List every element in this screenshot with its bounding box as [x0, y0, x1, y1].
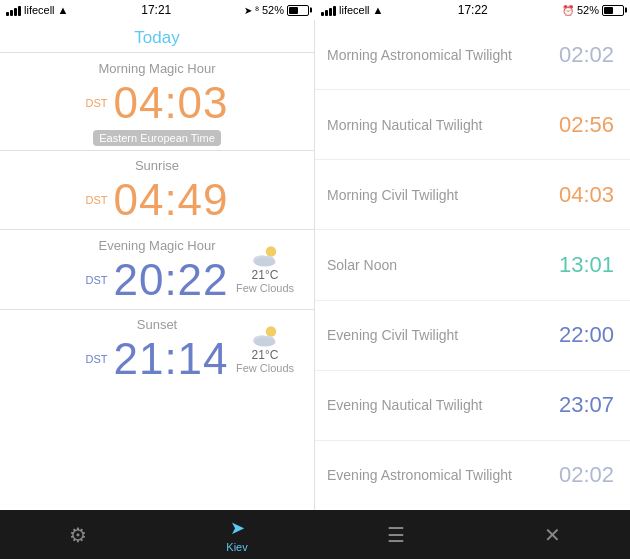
morning-magic-time-row: DST 04:03: [85, 78, 228, 128]
signal-bar-1: [6, 12, 9, 16]
right-panel: Morning Astronomical Twilight 02:02 Morn…: [315, 20, 630, 510]
nav-location[interactable]: ➤ Kiev: [226, 517, 247, 553]
time-left: 17:21: [141, 3, 171, 17]
sunrise-label: Sunrise: [135, 158, 179, 173]
signal-bar-r1: [321, 12, 324, 16]
twilight-time-6: 02:02: [559, 462, 614, 488]
location-arrow-icon: ➤: [244, 5, 252, 16]
twilight-row-1: Morning Nautical Twilight 02:56: [315, 90, 630, 160]
weather-widget-1: 21°C Few Clouds: [236, 244, 294, 294]
status-bar-right: lifecell ▲ 17:22 ⏰ 52%: [315, 0, 630, 20]
twilight-label-2: Morning Civil Twilight: [327, 187, 458, 203]
svg-point-7: [254, 337, 275, 346]
twilight-label-6: Evening Astronomical Twilight: [327, 467, 512, 483]
battery-pct-left: 52%: [262, 4, 284, 16]
signal-bar-2: [10, 10, 13, 16]
svg-point-3: [254, 258, 275, 267]
twilight-row-6: Evening Astronomical Twilight 02:02: [315, 441, 630, 510]
cloud-icon-2: [250, 324, 280, 348]
battery-pct-right: 52%: [577, 4, 599, 16]
sunrise-block: Sunrise DST 04:49: [0, 150, 314, 229]
evening-magic-time: 20:22: [113, 255, 228, 305]
twilight-time-0: 02:02: [559, 42, 614, 68]
carrier-name-left: lifecell: [24, 4, 55, 16]
sunset-label: Sunset: [137, 317, 177, 332]
signal-bar-4: [18, 6, 21, 16]
sunrise-time-row: DST 04:49: [85, 175, 228, 225]
twilight-row-4: Evening Civil Twilight 22:00: [315, 301, 630, 371]
twilight-label-0: Morning Astronomical Twilight: [327, 47, 512, 63]
evening-magic-dst: DST: [85, 274, 107, 286]
weather-temp-2: 21°C: [252, 348, 279, 362]
status-bar-left: lifecell ▲ 17:21 ➤ ⁸ 52%: [0, 0, 315, 20]
twilight-label-5: Evening Nautical Twilight: [327, 397, 482, 413]
cloud-icon-1: [250, 244, 280, 268]
bottom-nav: ⚙ ➤ Kiev ☰ ✕: [0, 510, 630, 559]
status-right-section: ⏰ 52%: [562, 4, 624, 16]
weather-temp-1: 21°C: [252, 268, 279, 282]
twilight-time-1: 02:56: [559, 112, 614, 138]
sunset-dst: DST: [85, 353, 107, 365]
twilight-time-4: 22:00: [559, 322, 614, 348]
sunrise-time: 04:49: [113, 175, 228, 225]
wifi-icon-left: ▲: [58, 4, 69, 16]
twilight-label-4: Evening Civil Twilight: [327, 327, 458, 343]
twilight-time-5: 23:07: [559, 392, 614, 418]
twilight-label-3: Solar Noon: [327, 257, 397, 273]
main-content: Today Morning Magic Hour DST 04:03 Easte…: [0, 20, 630, 510]
evening-magic-label: Evening Magic Hour: [98, 238, 215, 253]
svg-point-4: [266, 326, 277, 337]
signal-bars-left: [6, 4, 21, 16]
nav-list[interactable]: ☰: [387, 523, 405, 547]
weather-desc-1: Few Clouds: [236, 282, 294, 294]
location-arrow-nav-icon: ➤: [230, 517, 245, 539]
bluetooth-icon: ⁸: [255, 5, 259, 16]
svg-point-0: [266, 246, 277, 257]
signal-bar-r4: [333, 6, 336, 16]
status-bars: lifecell ▲ 17:21 ➤ ⁸ 52% lifecell ▲ 17:2…: [0, 0, 630, 20]
list-icon: ☰: [387, 523, 405, 547]
sunset-time: 21:14: [113, 334, 228, 384]
left-panel: Today Morning Magic Hour DST 04:03 Easte…: [0, 20, 315, 510]
sunset-time-row: DST 21:14: [85, 334, 228, 384]
today-title: Today: [134, 28, 179, 48]
morning-magic-time: 04:03: [113, 78, 228, 128]
signal-bars-right: [321, 4, 336, 16]
settings-icon: ⚙: [69, 523, 87, 547]
twilight-time-3: 13:01: [559, 252, 614, 278]
signal-bar-r3: [329, 8, 332, 16]
twilight-row-0: Morning Astronomical Twilight 02:02: [315, 20, 630, 90]
timezone-badge: Eastern European Time: [93, 130, 221, 146]
sunset-block: Sunset DST 21:14 21°C Few Clouds: [0, 309, 314, 388]
battery-fill-left: [289, 7, 298, 14]
nav-close[interactable]: ✕: [544, 523, 561, 547]
evening-magic-block: Evening Magic Hour DST 20:22 21°C Few Cl…: [0, 230, 314, 309]
close-icon: ✕: [544, 523, 561, 547]
alarm-icon: ⏰: [562, 5, 574, 16]
status-left-section: lifecell ▲: [6, 4, 68, 16]
status-right-carrier: lifecell ▲: [321, 4, 383, 16]
status-right-left: ➤ ⁸ 52%: [244, 4, 309, 16]
twilight-row-2: Morning Civil Twilight 04:03: [315, 160, 630, 230]
nav-settings[interactable]: ⚙: [69, 523, 87, 547]
morning-magic-label: Morning Magic Hour: [98, 61, 215, 76]
twilight-time-2: 04:03: [559, 182, 614, 208]
sunrise-dst: DST: [85, 194, 107, 206]
carrier-name-right: lifecell: [339, 4, 370, 16]
weather-widget-2: 21°C Few Clouds: [236, 324, 294, 374]
weather-desc-2: Few Clouds: [236, 362, 294, 374]
location-label: Kiev: [226, 541, 247, 553]
signal-bar-3: [14, 8, 17, 16]
battery-icon-right: [602, 5, 624, 16]
battery-fill-right: [604, 7, 613, 14]
signal-bar-r2: [325, 10, 328, 16]
twilight-row-5: Evening Nautical Twilight 23:07: [315, 371, 630, 441]
evening-magic-time-row: DST 20:22: [85, 255, 228, 305]
battery-icon-left: [287, 5, 309, 16]
morning-magic-dst: DST: [85, 97, 107, 109]
morning-magic-block: Morning Magic Hour DST 04:03 Eastern Eur…: [0, 53, 314, 150]
time-right: 17:22: [458, 3, 488, 17]
wifi-icon-right: ▲: [373, 4, 384, 16]
twilight-label-1: Morning Nautical Twilight: [327, 117, 482, 133]
twilight-row-3: Solar Noon 13:01: [315, 230, 630, 300]
